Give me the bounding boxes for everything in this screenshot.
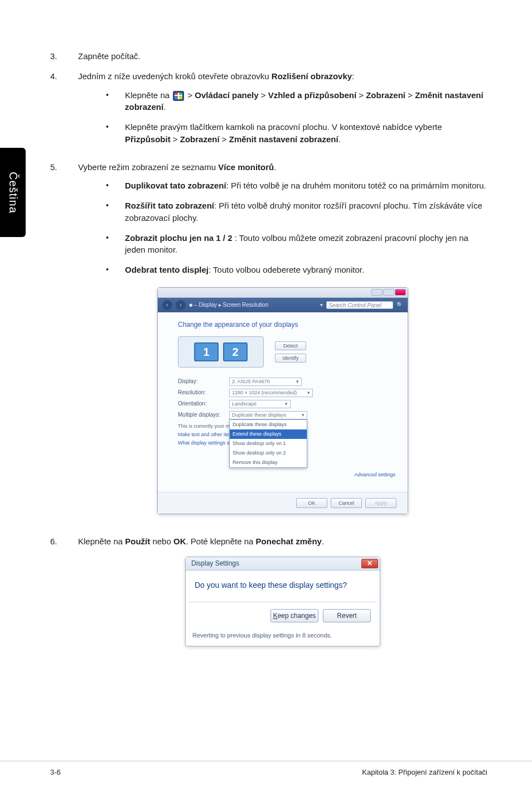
step-number: 4. bbox=[50, 70, 78, 153]
bullet-marker: • bbox=[106, 180, 125, 192]
bullet-marker: • bbox=[106, 264, 125, 276]
identify-button[interactable]: Identify bbox=[275, 354, 306, 363]
bullet-text: Duplikovat tato zobrazení: Při této volb… bbox=[125, 180, 487, 192]
bullet-marker: • bbox=[106, 121, 125, 146]
bullet-marker: • bbox=[106, 232, 125, 257]
bullet-marker: • bbox=[106, 200, 125, 224]
step-number: 5. bbox=[50, 161, 78, 528]
ok-button[interactable]: OK bbox=[296, 498, 327, 508]
page-body: 3. Zapněte počítač. 4. Jedním z níže uve… bbox=[0, 0, 532, 646]
orientation-dropdown[interactable]: Landscape▾ bbox=[229, 400, 291, 408]
keep-changes-button[interactable]: Keep changes bbox=[270, 609, 318, 622]
resolution-dropdown[interactable]: 1280 × 1024 (recommended)▾ bbox=[229, 389, 313, 397]
apply-button[interactable]: Apply bbox=[365, 498, 396, 508]
monitor-1[interactable]: 1 bbox=[194, 342, 219, 361]
step-text: Klepněte na Použít nebo OK. Poté klepnět… bbox=[78, 537, 324, 546]
breadcrumb[interactable]: ■ – Display ▸ Screen Resolution bbox=[189, 301, 317, 310]
bullet-text: Klepněte pravým tlačítkem kamkoli na pra… bbox=[125, 121, 487, 146]
language-tab: Čeština bbox=[0, 148, 26, 237]
close-button[interactable] bbox=[395, 289, 406, 296]
bullet-marker: • bbox=[106, 89, 125, 114]
multiple-displays-menu: Duplicate these displays Extend these di… bbox=[229, 419, 307, 468]
start-icon bbox=[173, 91, 184, 101]
step-text: Vyberte režim zobrazení ze seznamu Více … bbox=[78, 162, 276, 172]
bullet-text: Zobrazit plochu jen na 1 / 2 : Touto vol… bbox=[125, 232, 487, 257]
dialog-question: Do you want to keep these display settin… bbox=[186, 571, 380, 602]
multiple-displays-dropdown[interactable]: Duplicate these displays▾ bbox=[229, 411, 307, 419]
breadcrumb-bar: ‹ › ■ – Display ▸ Screen Resolution ▾ Se… bbox=[158, 298, 408, 312]
step-text: Jedním z níže uvedených kroků otevřete o… bbox=[78, 71, 354, 81]
page-number: 3-6 bbox=[50, 768, 61, 776]
dropdown-option[interactable]: Duplicate these displays bbox=[230, 420, 307, 429]
search-input[interactable]: Search Control Panel bbox=[326, 301, 393, 309]
back-button[interactable]: ‹ bbox=[162, 300, 172, 310]
forward-button[interactable]: › bbox=[176, 300, 186, 310]
bullet-text: Odebrat tento displej: Touto volbou odeb… bbox=[125, 264, 487, 276]
advanced-settings-link[interactable]: Advanced settings bbox=[178, 471, 395, 479]
dropdown-option[interactable]: Remove this display bbox=[230, 458, 307, 467]
detect-button[interactable]: Detect bbox=[275, 341, 306, 350]
bullet-text: Klepněte na > Ovládací panely > Vzhled a… bbox=[125, 89, 487, 114]
search-icon[interactable]: 🔍 bbox=[396, 301, 403, 310]
display-settings-dialog: Display Settings ✕ Do you want to keep t… bbox=[185, 557, 380, 646]
monitor-2[interactable]: 2 bbox=[223, 342, 248, 361]
multiple-displays-label: Multiple displays: bbox=[178, 411, 224, 419]
display-dropdown[interactable]: 2. ASUS PA4670▾ bbox=[229, 378, 302, 386]
dialog-title: Display Settings bbox=[191, 559, 239, 568]
close-button[interactable]: ✕ bbox=[361, 559, 378, 568]
bullet-text: Rozšířit tato zobrazení: Při této volbě … bbox=[125, 200, 487, 224]
monitor-preview[interactable]: 1 2 bbox=[178, 336, 264, 368]
resolution-label: Resolution: bbox=[178, 389, 224, 397]
dialog-heading: Change the appearance of your displays bbox=[178, 320, 395, 330]
maximize-button[interactable] bbox=[383, 289, 394, 296]
screen-resolution-dialog: ‹ › ■ – Display ▸ Screen Resolution ▾ Se… bbox=[157, 287, 408, 515]
titlebar: Display Settings ✕ bbox=[186, 557, 380, 571]
display-label: Display: bbox=[178, 378, 224, 386]
titlebar bbox=[158, 288, 408, 298]
revert-button[interactable]: Revert bbox=[323, 609, 371, 622]
page-footer: 3-6 Kapitola 3: Připojení zařízení k poč… bbox=[0, 761, 532, 776]
step-text: Zapněte počítač. bbox=[78, 50, 487, 62]
chapter-title: Kapitola 3: Připojení zařízení k počítač… bbox=[362, 768, 487, 776]
dropdown-option[interactable]: Show desktop only on 2 bbox=[230, 448, 307, 458]
step-number: 3. bbox=[50, 50, 78, 62]
dropdown-option[interactable]: Show desktop only on 1 bbox=[230, 439, 307, 448]
minimize-button[interactable] bbox=[371, 289, 383, 296]
orientation-label: Orientation: bbox=[178, 400, 224, 408]
cancel-button[interactable]: Cancel bbox=[331, 498, 362, 508]
dropdown-option[interactable]: Extend these displays bbox=[230, 429, 307, 439]
step-number: 6. bbox=[50, 535, 78, 646]
countdown-text: Reverting to previous display settings i… bbox=[186, 629, 380, 646]
